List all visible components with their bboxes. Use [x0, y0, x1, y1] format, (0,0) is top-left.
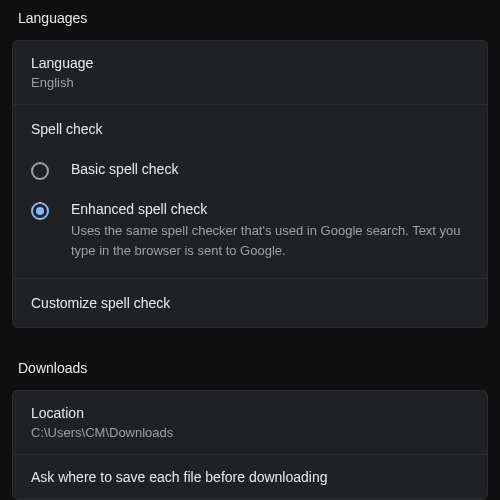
- customize-spellcheck-row[interactable]: Customize spell check: [13, 278, 487, 327]
- download-ask-row[interactable]: Ask where to save each file before downl…: [13, 455, 487, 499]
- spellcheck-basic-option[interactable]: Basic spell check: [13, 151, 487, 191]
- radio-icon-selected: [31, 202, 49, 220]
- languages-card: Language English Spell check Basic spell…: [12, 40, 488, 328]
- spellcheck-basic-label: Basic spell check: [71, 161, 469, 177]
- spellcheck-subhead: Spell check: [13, 105, 487, 143]
- downloads-section-title: Downloads: [0, 350, 500, 390]
- spellcheck-enhanced-option[interactable]: Enhanced spell check Uses the same spell…: [13, 191, 487, 270]
- language-row[interactable]: Language English: [13, 41, 487, 105]
- downloads-card: Location C:\Users\CM\Downloads Ask where…: [12, 390, 488, 500]
- spellcheck-enhanced-label: Enhanced spell check: [71, 201, 469, 217]
- download-ask-label: Ask where to save each file before downl…: [31, 469, 469, 485]
- language-row-label: Language: [31, 55, 469, 71]
- radio-icon: [31, 162, 49, 180]
- languages-section-title: Languages: [0, 0, 500, 40]
- download-location-row[interactable]: Location C:\Users\CM\Downloads: [13, 391, 487, 455]
- download-location-label: Location: [31, 405, 469, 421]
- spellcheck-enhanced-desc: Uses the same spell checker that's used …: [71, 221, 469, 260]
- spellcheck-radio-group: Basic spell check Enhanced spell check U…: [13, 143, 487, 278]
- language-row-value: English: [31, 75, 469, 90]
- download-location-value: C:\Users\CM\Downloads: [31, 425, 469, 440]
